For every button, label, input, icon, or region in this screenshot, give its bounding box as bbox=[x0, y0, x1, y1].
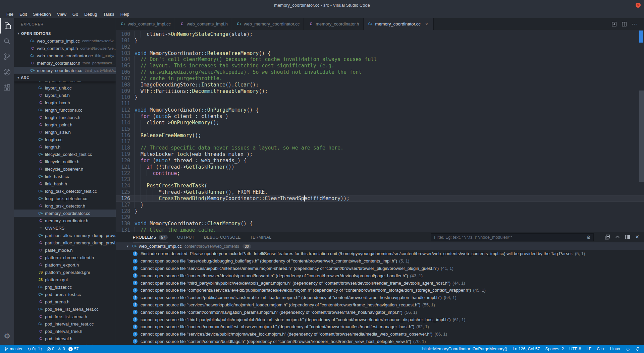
split-editor-icon[interactable] bbox=[622, 21, 627, 27]
list-item[interactable]: Cpartition_alloc_memory_dump_provi... bbox=[14, 239, 116, 246]
problem-row[interactable]: icannot open source file "content/common… bbox=[116, 308, 644, 316]
problem-row[interactable]: icannot open source file "content/common… bbox=[116, 323, 644, 331]
list-item[interactable]: C+length_functions.cc bbox=[14, 106, 116, 114]
window-close-button[interactable]: × bbox=[636, 3, 641, 8]
list-item[interactable]: ≡OWNERS bbox=[14, 224, 116, 232]
list-item[interactable]: JSplatform_generated.gni bbox=[14, 269, 116, 276]
list-item[interactable]: C+pod_arena_test.cc bbox=[14, 291, 116, 298]
list-item[interactable]: Cweb_contents_impl.hcontent/browser/we..… bbox=[14, 45, 116, 52]
editor-tab[interactable]: Cmemory_coordinator.h bbox=[304, 18, 363, 30]
list-item[interactable]: C+png_fuzzer.cc bbox=[14, 283, 116, 291]
list-item[interactable]: Clifecycle_observer.h bbox=[14, 165, 116, 173]
problem-row[interactable]: i#include errors detected. Please update… bbox=[116, 250, 644, 257]
menu-view[interactable]: View bbox=[54, 11, 69, 17]
platform-indicator[interactable]: Linux bbox=[610, 347, 620, 351]
list-item[interactable]: Clink_hash.h bbox=[14, 180, 116, 187]
list-item[interactable]: C+layout_unit.cc bbox=[14, 84, 116, 92]
menu-debug[interactable]: Debug bbox=[81, 11, 100, 17]
more-actions-icon[interactable]: ··· bbox=[632, 21, 638, 27]
list-item[interactable]: C+web_contents_impl.cccontent/browser/w.… bbox=[14, 37, 116, 45]
feedback-smiley-icon[interactable]: ☺ bbox=[626, 346, 630, 352]
list-item[interactable]: Cmemory_coordinator.h bbox=[14, 217, 116, 224]
list-item[interactable]: C+long_task_detector.cc bbox=[14, 195, 116, 202]
problem-row[interactable]: icannot open source file "services/netwo… bbox=[116, 301, 644, 309]
problem-row[interactable]: icannot open source file "third_party/bl… bbox=[116, 316, 644, 323]
list-item[interactable]: Cplatform_export.h bbox=[14, 261, 116, 269]
explorer-icon[interactable] bbox=[0, 18, 14, 34]
sync-indicator[interactable]: ↻ 0↓ 1↑ bbox=[27, 347, 42, 352]
list-item[interactable]: C+lifecycle_context_test.cc bbox=[14, 151, 116, 158]
editor-tab[interactable]: Cweb_contents_impl.h bbox=[175, 18, 232, 30]
open-editors-header[interactable]: ▼ OPEN EDITORS bbox=[14, 30, 116, 37]
list-item[interactable]: Cplatform_chrome_client.h bbox=[14, 254, 116, 261]
open-changes-icon[interactable] bbox=[611, 21, 617, 27]
menu-go[interactable]: Go bbox=[69, 11, 81, 17]
list-item[interactable]: C+pod_free_list_arena_test.cc bbox=[14, 305, 116, 313]
list-item[interactable]: JSplatform.gni bbox=[14, 276, 116, 283]
problems-filter[interactable]: ⚙ bbox=[431, 233, 594, 241]
list-item[interactable]: C+length.cc bbox=[14, 136, 116, 143]
list-item[interactable]: Cpaste_mode.h bbox=[14, 246, 116, 254]
problem-row[interactable]: icannot open source file "content/public… bbox=[116, 294, 644, 301]
list-item[interactable]: C+pod_interval_tree_test.cc bbox=[14, 320, 116, 328]
list-item[interactable]: Clength.h bbox=[14, 143, 116, 151]
source-control-icon[interactable] bbox=[0, 49, 14, 64]
search-icon[interactable] bbox=[0, 34, 14, 49]
debug-icon[interactable] bbox=[0, 64, 14, 80]
editor-tab[interactable]: C+memory_coordinator.cc× bbox=[364, 18, 434, 30]
list-item[interactable]: Cpod_arena.h bbox=[14, 298, 116, 305]
menu-file[interactable]: File bbox=[3, 11, 16, 17]
list-item[interactable]: C+link_hash.cc bbox=[14, 173, 116, 180]
problems-filter-input[interactable] bbox=[434, 235, 586, 240]
list-item[interactable]: Clength_box.h bbox=[14, 99, 116, 106]
list-item[interactable]: Cpod_free_list_arena.h bbox=[14, 313, 116, 320]
close-panel-icon[interactable]: ✕ bbox=[635, 234, 639, 240]
extensions-icon[interactable] bbox=[0, 80, 14, 95]
list-item[interactable]: Clayout_unit.h bbox=[14, 92, 116, 99]
list-item[interactable]: Cpod_interval_tree.h bbox=[14, 328, 116, 335]
panel-tab-problems[interactable]: PROBLEMS57 bbox=[133, 232, 168, 242]
list-item[interactable]: C+memory_coordinator.ccthird_party/blink… bbox=[14, 67, 116, 74]
list-item[interactable]: Clength_size.h bbox=[14, 128, 116, 136]
problem-row[interactable]: icannot open source file "third_party/bl… bbox=[116, 279, 644, 287]
list-item[interactable]: Cpod_interval.h bbox=[14, 335, 116, 342]
list-item[interactable]: Clength_functions.h bbox=[14, 114, 116, 121]
menu-help[interactable]: Help bbox=[117, 11, 132, 17]
maximize-panel-icon[interactable] bbox=[615, 234, 620, 240]
cursor-position[interactable]: Ln 126, Col 57 bbox=[513, 347, 540, 351]
src-folder-header[interactable]: ▼ SRC bbox=[14, 74, 116, 81]
split-panel-icon[interactable] bbox=[625, 234, 630, 240]
problem-row[interactable]: icannot open source file "services/devic… bbox=[116, 331, 644, 338]
collapse-all-icon[interactable] bbox=[605, 234, 610, 240]
git-branch-indicator[interactable]: master bbox=[4, 347, 22, 351]
panel-tab-output[interactable]: OUTPUT bbox=[177, 232, 195, 242]
list-item[interactable]: Clifecycle_notifier.h bbox=[14, 158, 116, 165]
language-indicator[interactable]: C++ bbox=[597, 347, 605, 351]
list-item[interactable]: C+partition_alloc_memory_dump_provi... bbox=[14, 232, 116, 239]
list-item[interactable]: C+web_memory_coordinator.ccthird_party/.… bbox=[14, 52, 116, 59]
indentation-indicator[interactable]: Spaces: 2 bbox=[545, 347, 564, 351]
problem-row[interactable]: icannot open source file "base/debug/deb… bbox=[116, 257, 644, 265]
current-symbol[interactable]: blink::MemoryCoordinator::OnPurgeMemory(… bbox=[422, 347, 507, 351]
menu-edit[interactable]: Edit bbox=[16, 11, 30, 17]
eol-indicator[interactable]: LF bbox=[587, 347, 592, 351]
panel-tab-terminal[interactable]: TERMINAL bbox=[250, 232, 272, 242]
problem-row[interactable]: icannot open source file "components/ser… bbox=[116, 287, 644, 294]
list-item[interactable]: C+long_task_detector_test.cc bbox=[14, 187, 116, 195]
panel-tab-debug-console[interactable]: DEBUG CONSOLE bbox=[204, 232, 241, 242]
list-item[interactable]: C+memory_coordinator.cc bbox=[14, 210, 116, 217]
problem-row[interactable]: icannot open source file "services/ui/pu… bbox=[116, 265, 644, 272]
problems-file-group[interactable]: ▼ C+ web_contents_impl.cc content/browse… bbox=[116, 242, 644, 250]
list-item[interactable]: C+pod_red_black_tree_test.cc bbox=[14, 342, 116, 345]
filter-gear-icon[interactable]: ⚙ bbox=[586, 235, 591, 240]
bell-icon[interactable] bbox=[636, 347, 640, 351]
problem-row[interactable]: icannot open source file "content/common… bbox=[116, 338, 644, 345]
encoding-indicator[interactable]: UTF-8 bbox=[569, 347, 581, 351]
menu-selection[interactable]: Selection bbox=[30, 11, 54, 17]
problems-indicator[interactable]: 0 ⚠ 0 i 57 bbox=[47, 347, 79, 351]
code-editor[interactable]: 100 client->OnMemoryStateChange(state);1… bbox=[116, 30, 644, 232]
manage-gear-icon[interactable]: ⚙ bbox=[0, 330, 14, 343]
list-item[interactable]: Clength_point.h bbox=[14, 121, 116, 128]
close-icon[interactable]: × bbox=[424, 21, 429, 27]
list-item[interactable]: Clong_task_detector.h bbox=[14, 202, 116, 210]
